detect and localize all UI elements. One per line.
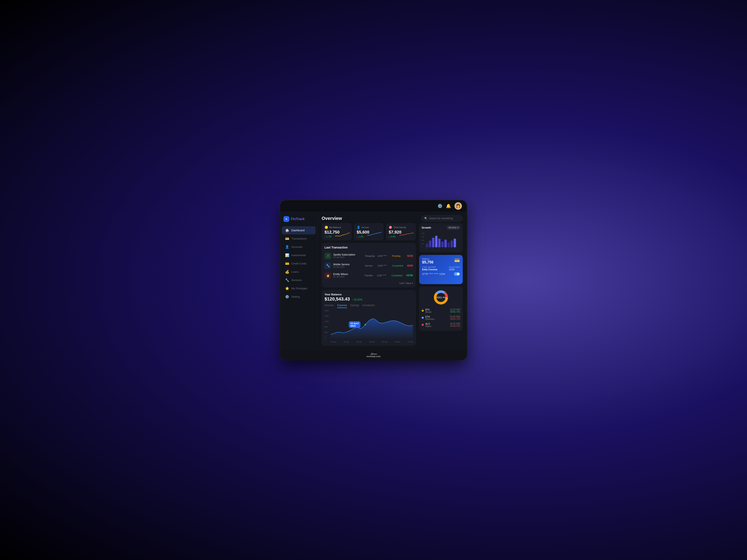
last-days[interactable]: Last 7 days ▾ [325, 282, 413, 285]
nav-icon-setting: ⚙️ [285, 295, 289, 299]
chart-y-labels: 2000160012008004000 [325, 310, 331, 339]
stat-card-0: 🪙 My Balance $12,750 ↑ 1.7% [321, 223, 352, 240]
tab-savings[interactable]: Savings [350, 304, 359, 308]
tab-expense[interactable]: Expense [337, 304, 347, 308]
crypto-dot-1 [422, 317, 424, 319]
tx-status-1: Completed [392, 264, 407, 267]
content-header: Overview 🔍 [317, 212, 467, 223]
tx-name-2: Emilly Wilson [333, 273, 364, 276]
tab-incomes[interactable]: Incomes [325, 304, 334, 308]
chart-x-labels: 01 Apr02 Apr03 Apr04 Apr05 Apr06 Apr07 A… [331, 341, 413, 343]
svg-text:2: 2 [438, 247, 439, 249]
balance-section: Your Balance $120,543.43 ↑ 20.32% Income… [321, 290, 416, 346]
sidebar-item-credit-cards[interactable]: 💳 Credit Cards [282, 260, 316, 268]
nav-label-services: Services [291, 278, 302, 282]
bell-icon[interactable]: 🔔 [446, 204, 451, 209]
growth-chart: 1000 750 500 250 0 [422, 231, 460, 250]
footer-brand: مستقل [370, 352, 377, 355]
stat-icon-1: 👤 [357, 226, 360, 229]
card-holder-name: Eddy Cusuma [422, 268, 437, 271]
search-bar[interactable]: 🔍 [421, 215, 463, 221]
card-balance-value: $5,756 [422, 260, 434, 264]
chart-svg-wrapper: 03 April $825 [331, 310, 413, 339]
sidebar-item-loans[interactable]: 💰 Loans [282, 268, 316, 276]
crypto-change-0: ↑$20(1.4%) [450, 311, 460, 313]
avatar[interactable]: 👩 [455, 202, 462, 210]
stat-label-1: 👤 Income [357, 226, 381, 229]
tx-date-2: 25 Jan 2021 [333, 276, 364, 278]
svg-point-0 [365, 324, 366, 325]
card-toggle[interactable] [454, 272, 460, 276]
nav-label-investments: Investments [291, 254, 306, 257]
top-bar: ⚙️ 🔔 👩 [280, 200, 467, 212]
stat-minichart-2 [399, 231, 414, 238]
tx-info-1: Mobile Service 25 Jan 2021 [333, 263, 365, 268]
sidebar-item-transactions[interactable]: 💳 Transactions [282, 235, 316, 243]
sidebar-item-investments[interactable]: 📊 Investments [282, 251, 316, 259]
crypto-change-1: ↓$16(1.2%) [450, 318, 460, 320]
card-chip-icon: 💳 [454, 258, 460, 263]
growth-header: Growth Monthly ▾ [422, 226, 460, 230]
card-menu-dots[interactable]: • • • [422, 277, 460, 281]
tx-amount-1: -$340 [407, 264, 413, 267]
search-icon: 🔍 [424, 217, 428, 220]
monthly-button[interactable]: Monthly ▾ [447, 226, 460, 230]
stat-label-2: 🎯 Total Saving [389, 226, 413, 229]
search-input[interactable] [429, 217, 458, 220]
tx-amount-2: +$780 [406, 274, 413, 277]
logo: ✦ FinTrack [280, 216, 317, 226]
svg-text:500: 500 [422, 239, 424, 241]
crypto-name-0: Bitcoin [426, 311, 432, 313]
transaction-row-1: 🔧 Mobile Service 25 Jan 2021 Service 123… [325, 261, 413, 271]
growth-title: Growth [422, 226, 431, 229]
svg-text:1: 1 [432, 247, 433, 249]
tx-name-1: Mobile Service [333, 263, 365, 266]
nav-label-setting: Setting [291, 295, 300, 298]
nav-icon-services: 🔧 [285, 278, 289, 282]
tx-icon-1: 🔧 [325, 262, 331, 269]
nav-icon-my-privileges: ⭐ [285, 287, 289, 290]
tx-date-1: 25 Jan 2021 [333, 266, 365, 268]
tx-category-0: Shopping [365, 255, 378, 257]
crypto-name-2: Algory [426, 325, 431, 327]
chart-tooltip: 03 April $825 [349, 321, 360, 328]
tx-card-1: 1234 **** [378, 264, 392, 267]
nav-label-dashboard: Dashboard [291, 229, 305, 232]
tx-info-0: Spotify Subscription 25 Jan 2021 [333, 253, 365, 259]
stat-cards: 🪙 My Balance $12,750 ↑ 1.7% 👤 Income $5,… [321, 223, 416, 240]
sidebar-item-accounts[interactable]: 👤 Accounts [282, 243, 316, 251]
crypto-dot-2 [422, 324, 424, 326]
svg-rect-14 [451, 241, 453, 247]
crypto-full-1: ETH [426, 316, 434, 318]
balance-change: ↑ 20.32% [352, 298, 362, 301]
nav-icon-investments: 📊 [285, 253, 289, 257]
card-holder-label: CARD HOLDER [422, 266, 437, 268]
sidebar-item-dashboard[interactable]: 🏠 Dashboard [282, 226, 316, 234]
stat-card-1: 👤 Income $5,600 ↑ 1.2% [354, 223, 384, 240]
sidebar-item-services[interactable]: 🔧 Services [282, 276, 316, 284]
svg-text:1000: 1000 [422, 233, 425, 234]
crypto-row-2: ALG Algory 42.25 USD ↓$12(0.6%) [422, 321, 460, 328]
footer: مستقل mostaql.com [280, 350, 467, 360]
nav-label-loans: Loans [291, 270, 299, 273]
tx-status-2: Completed [391, 274, 406, 277]
card-number-row: 3778 **** **** 1234 [422, 272, 460, 276]
svg-rect-15 [454, 239, 456, 247]
crypto-change-2: ↓$12(0.6%) [450, 325, 460, 327]
nav-label-transactions: Transactions [291, 237, 307, 240]
logo-text: FinTrack [291, 217, 305, 221]
crypto-name-1: Ethereum [426, 318, 434, 320]
sidebar-item-setting[interactable]: ⚙️ Setting [282, 293, 316, 301]
transactions-title: Last Transaction [325, 246, 413, 249]
card-valid-label: VALID THRU [449, 266, 460, 268]
svg-rect-6 [426, 243, 428, 247]
svg-rect-8 [432, 238, 434, 247]
settings-icon[interactable]: ⚙️ [437, 204, 443, 209]
tx-icon-2: 👩 [325, 272, 331, 279]
left-column: 🪙 My Balance $12,750 ↑ 1.7% 👤 Income $5,… [321, 223, 416, 346]
crypto-full-2: ALG [426, 322, 431, 325]
balance-title: Your Balance [325, 293, 341, 296]
tab-investment[interactable]: Investment [362, 304, 375, 308]
nav-label-accounts: Accounts [291, 245, 302, 248]
sidebar-item-my-privileges[interactable]: ⭐ My Privileges [282, 284, 316, 292]
